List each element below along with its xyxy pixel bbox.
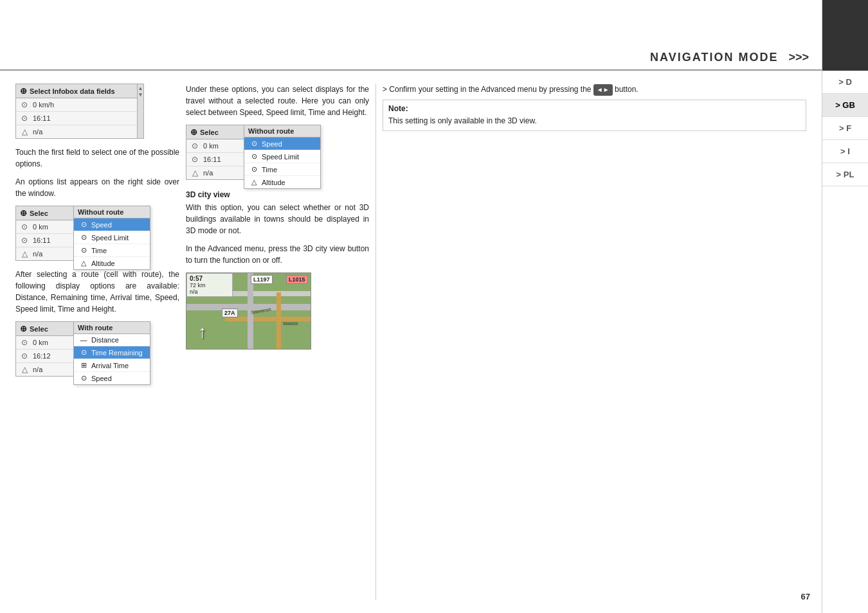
overlay-panel-2: With route — Distance ⊙ Time Remaining ⊞…	[73, 321, 150, 385]
infobox-header: ⊕ Select Infobox data fields	[16, 84, 137, 98]
map-road-v2	[276, 292, 281, 350]
time-icon-2: ⊙	[79, 246, 88, 254]
page-title: NAVIGATION MODE	[650, 51, 778, 64]
overlay-panel-header-1: Without route	[74, 206, 150, 218]
mid-speed-limit-label: Speed Limit	[262, 153, 299, 161]
nav-icon-mid: ⊕	[190, 127, 197, 137]
sidebar-item-i[interactable]: > I	[822, 140, 868, 163]
mid-para-2: With this option, you can select whether…	[186, 202, 369, 236]
with-route-arrival-row[interactable]: ⊞ Arrival Time	[74, 359, 150, 372]
map-label-27a: 27A	[222, 308, 238, 317]
page-number: 67	[801, 592, 810, 601]
overlay-panel-header-2: With route	[74, 322, 150, 334]
mid-speed-limit-row[interactable]: ⊙ Speed Limit	[244, 150, 320, 163]
confirm-text-part1: > Confirm your setting in the Advanced m…	[383, 85, 593, 94]
nav-icon: ⊕	[20, 86, 27, 96]
para-options-list: An options list appears on the right sid…	[15, 176, 179, 199]
scrollbar-1[interactable]: ▲ ▼	[137, 84, 143, 138]
overlay-time-row[interactable]: ⊙ Time	[74, 244, 150, 257]
note-text: This setting is only available in the 3D…	[388, 115, 800, 127]
overlay-main-title-mid: Selec	[200, 129, 219, 136]
right-sidebar: > D > GB > F > I > PL	[822, 0, 868, 613]
speed-icon-3: ⊙	[79, 374, 88, 382]
arrival-icon: ⊞	[79, 361, 88, 369]
middle-column: Under these options, you can select disp…	[186, 84, 375, 600]
nav-icon-2: ⊕	[20, 208, 27, 218]
mid-speed-row[interactable]: ⊙ Speed	[244, 138, 320, 150]
confirm-paragraph: > Confirm your setting in the Advanced m…	[383, 84, 806, 96]
time-icon: ⊙	[20, 114, 29, 123]
altitude-icon-2: △	[79, 259, 88, 267]
para-after-route: After selecting a route (cell with route…	[15, 269, 179, 315]
map-street-name-2: Waldstr.	[283, 321, 299, 326]
sidebar-top-decoration	[822, 0, 868, 71]
mid-altitude-icon: △	[249, 178, 258, 186]
overlay-main-title-1: Selec	[30, 209, 48, 217]
nav-icon-3: ⊕	[20, 324, 27, 333]
without-route-overlay-1: ⊕ Selec ⊙ 0 km ⊙ 16:11 △ n/a Without rou…	[15, 206, 150, 261]
confirm-text-part2: button.	[615, 85, 638, 94]
overlay-panel-mid: Without route ⊙ Speed ⊙ Speed Limit ⊙ Ti…	[244, 125, 321, 189]
sidebar-item-pl[interactable]: > PL	[822, 163, 868, 186]
overlay-altitude-row[interactable]: △ Altitude	[74, 257, 150, 269]
map-label-l1015: L1015	[286, 275, 308, 284]
para-touch-field: Touch the first field to select one of t…	[15, 147, 179, 170]
3d-city-view-title: 3D city view	[186, 190, 369, 199]
overlay-main-title-2: Selec	[30, 325, 48, 333]
overlay-panel-header-mid: Without route	[244, 125, 320, 138]
map-road-h1	[231, 291, 311, 296]
with-route-distance-row[interactable]: — Distance	[74, 334, 150, 346]
with-route-time-remaining-row[interactable]: ⊙ Time Remaining	[74, 346, 150, 359]
speed-icon-2: ⊙	[79, 220, 88, 229]
speed-limit-label: Speed Limit	[91, 234, 129, 242]
mid-time-label: Time	[262, 166, 277, 173]
main-content: ⊕ Select Infobox data fields ⊙ 0 km/h ⊙ …	[0, 71, 822, 613]
distance-label: Distance	[91, 336, 119, 344]
mid-time-row[interactable]: ⊙ Time	[244, 163, 320, 176]
header-arrows: >>>	[788, 51, 809, 64]
mid-para-3: In the Advanced menu, press the 3D city …	[186, 243, 369, 266]
sidebar-item-d[interactable]: > D	[822, 71, 868, 94]
infobox-title: Select Infobox data fields	[30, 87, 115, 95]
map-direction-arrow: ↑	[198, 322, 207, 342]
map-time: 0:57	[190, 275, 230, 282]
infobox-row-2: ⊙ 16:11	[16, 112, 137, 125]
confirm-button-icon: ◄►	[593, 84, 613, 96]
map-distance: 72 km	[190, 282, 230, 289]
mid-speed-limit-icon: ⊙	[249, 152, 258, 161]
header: NAVIGATION MODE >>>	[0, 0, 822, 71]
speed-icon: ⊙	[20, 100, 29, 109]
mid-time-icon: ⊙	[249, 165, 258, 173]
overlay-speed-row[interactable]: ⊙ Speed	[74, 218, 150, 231]
note-title: Note:	[388, 104, 800, 113]
altitude-label: Altitude	[91, 260, 115, 267]
infobox-row-3: △ n/a	[16, 125, 137, 138]
map-label-l1197: L1197	[251, 275, 273, 284]
infobox-select-ui: ⊕ Select Infobox data fields ⊙ 0 km/h ⊙ …	[15, 84, 144, 139]
left-column: ⊕ Select Infobox data fields ⊙ 0 km/h ⊙ …	[15, 84, 186, 600]
with-route-overlay: ⊕ Selec ⊙ 0 km ⊙ 16:12 △ n/a With route	[15, 321, 150, 377]
speed-limit-icon: ⊙	[79, 233, 88, 242]
map-road-yellow1	[225, 317, 311, 321]
mid-speed-label: Speed	[262, 140, 282, 148]
distance-icon: —	[79, 336, 88, 344]
infobox-row-1: ⊙ 0 km/h	[16, 98, 137, 112]
mid-altitude-row[interactable]: △ Altitude	[244, 176, 320, 188]
overlay-speed-limit-row[interactable]: ⊙ Speed Limit	[74, 231, 150, 244]
speed-label-2: Speed	[91, 375, 112, 382]
sidebar-item-f[interactable]: > F	[822, 117, 868, 140]
altitude-icon: △	[20, 127, 29, 136]
time-remaining-label: Time Remaining	[91, 349, 143, 357]
speed-label: Speed	[91, 221, 112, 229]
mid-altitude-label: Altitude	[262, 179, 285, 186]
sidebar-item-gb[interactable]: > GB	[822, 94, 868, 117]
with-route-speed-row[interactable]: ⊙ Speed	[74, 372, 150, 384]
map-screenshot: 0:57 72 km n/a L1197 L1015 27A ↑ Sonnens…	[186, 272, 311, 350]
overlay-panel-1: Without route ⊙ Speed ⊙ Speed Limit ⊙ Ti…	[73, 206, 150, 270]
mid-speed-icon: ⊙	[249, 139, 258, 148]
mid-para-1: Under these options, you can select disp…	[186, 84, 369, 118]
time-remaining-icon: ⊙	[79, 348, 88, 357]
right-column: > Confirm your setting in the Advanced m…	[375, 84, 806, 600]
map-altitude: n/a	[190, 289, 230, 295]
time-label: Time	[91, 247, 107, 254]
